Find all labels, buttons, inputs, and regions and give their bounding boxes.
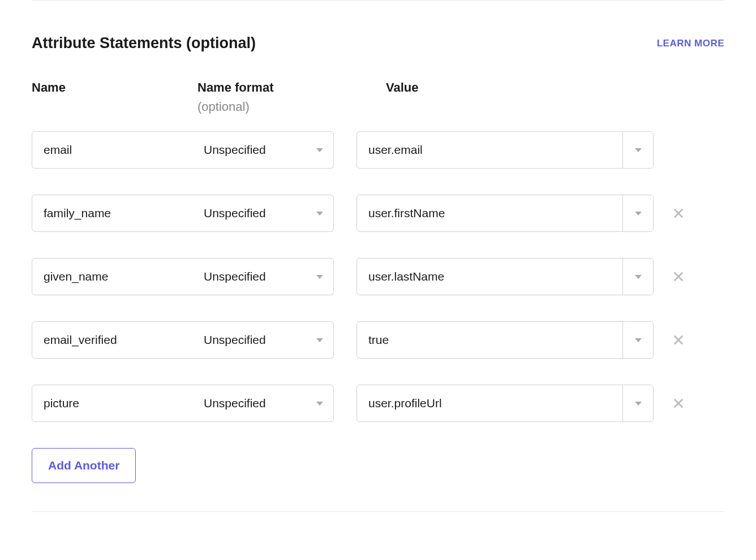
attribute-value-wrapper (356, 321, 654, 359)
attribute-value-wrapper (356, 385, 654, 422)
value-dropdown-toggle[interactable] (622, 322, 653, 358)
close-icon (672, 270, 685, 283)
attribute-row: Unspecified (32, 385, 724, 422)
section-divider-bottom (32, 511, 724, 512)
attribute-name-input[interactable] (32, 321, 196, 359)
close-icon (672, 397, 685, 410)
attribute-value-input[interactable] (357, 195, 622, 231)
chevron-down-icon (635, 402, 642, 406)
attribute-name-input[interactable] (32, 258, 196, 295)
chevron-down-icon (316, 212, 323, 216)
attribute-name-input[interactable] (32, 195, 196, 232)
name-format-select[interactable]: Unspecified (192, 258, 334, 295)
header-value: Value (386, 80, 683, 95)
name-format-value: Unspecified (204, 333, 266, 347)
chevron-down-icon (635, 212, 642, 216)
name-format-value: Unspecified (204, 206, 266, 220)
learn-more-link[interactable]: LEARN MORE (657, 38, 724, 49)
close-icon (672, 334, 685, 346)
name-format-select[interactable]: Unspecified (192, 195, 334, 232)
attribute-value-input[interactable] (357, 132, 622, 168)
chevron-down-icon (635, 338, 642, 342)
section-divider-top (32, 0, 724, 1)
chevron-down-icon (635, 275, 642, 279)
chevron-down-icon (635, 148, 642, 152)
add-another-button[interactable]: Add Another (32, 448, 136, 483)
name-format-value: Unspecified (204, 397, 266, 410)
value-dropdown-toggle[interactable] (622, 385, 653, 421)
attribute-value-wrapper (356, 195, 654, 232)
attribute-value-input[interactable] (357, 322, 622, 358)
chevron-down-icon (316, 275, 323, 279)
name-format-select[interactable]: Unspecified (192, 131, 334, 169)
name-format-select[interactable]: Unspecified (192, 321, 334, 359)
header-format: Name format (197, 80, 363, 95)
attribute-row: Unspecified (32, 131, 724, 169)
attribute-name-input[interactable] (32, 385, 196, 422)
close-icon (672, 207, 685, 219)
value-dropdown-toggle[interactable] (622, 132, 653, 168)
section-title: Attribute Statements (optional) (32, 35, 256, 52)
header-name: Name (32, 80, 197, 95)
remove-row-button[interactable] (667, 202, 690, 225)
section-header: Attribute Statements (optional) LEARN MO… (32, 35, 724, 52)
chevron-down-icon (316, 148, 323, 152)
chevron-down-icon (316, 338, 323, 342)
attribute-value-input[interactable] (357, 259, 622, 295)
remove-row-button[interactable] (667, 392, 690, 415)
attribute-value-input[interactable] (357, 385, 622, 421)
chevron-down-icon (316, 402, 323, 406)
attribute-value-wrapper (356, 258, 654, 295)
remove-row-button[interactable] (667, 265, 690, 288)
attribute-value-wrapper (356, 131, 654, 169)
attribute-row: Unspecified (32, 258, 724, 295)
attribute-row: Unspecified (32, 321, 724, 359)
value-dropdown-toggle[interactable] (622, 195, 653, 231)
name-format-value: Unspecified (204, 143, 266, 157)
name-format-select[interactable]: Unspecified (192, 385, 334, 422)
remove-row-button[interactable] (667, 329, 690, 351)
header-format-sublabel: (optional) (197, 100, 363, 114)
attribute-name-input[interactable] (32, 131, 196, 169)
value-dropdown-toggle[interactable] (622, 259, 653, 295)
table-header: Name Name format (optional) Value (32, 80, 724, 114)
name-format-value: Unspecified (204, 270, 266, 283)
attribute-row: Unspecified (32, 195, 724, 232)
